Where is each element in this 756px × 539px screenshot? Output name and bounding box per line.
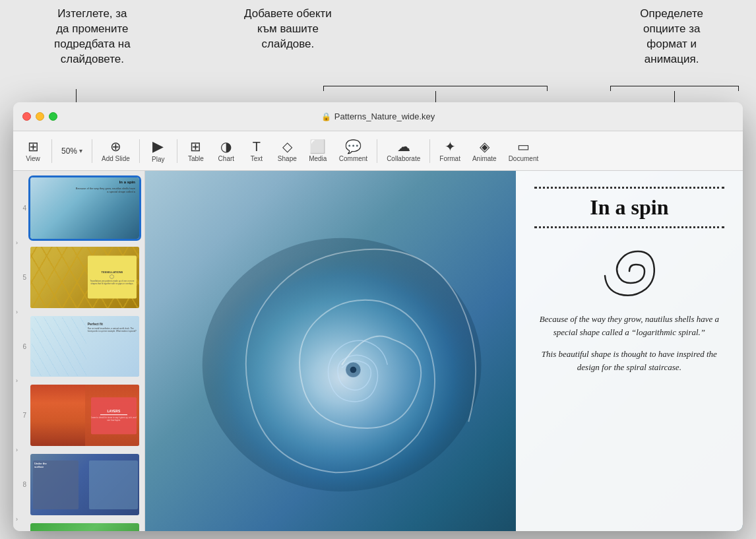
chevron-down-icon: ▾	[79, 147, 82, 154]
close-button[interactable]	[22, 112, 31, 121]
shape-button[interactable]: ◇ Shape	[272, 137, 302, 165]
fullscreen-button[interactable]	[49, 112, 57, 121]
canvas-area: In a spin Because of the way they grow, …	[145, 171, 743, 531]
annotation-top-left: Изтеглете, зада променитеподредбата насл…	[54, 7, 131, 67]
slide-body-text-1: Because of the way they grow, nautilus s…	[534, 313, 724, 338]
slide-right-panel: In a spin Because of the way they grow, …	[516, 171, 743, 531]
annotation-top-right: Определетеопциите заформат ианимация.	[640, 7, 703, 67]
slide-title: In a spin	[590, 195, 668, 220]
media-button[interactable]: ⬜ Media	[303, 137, 332, 165]
annotation-bracket-right	[610, 86, 739, 91]
view-button[interactable]: ⊞ View	[18, 137, 47, 165]
media-icon: ⬜	[309, 140, 326, 153]
play-button[interactable]: ▶ Play	[144, 137, 173, 166]
add-slide-button[interactable]: ⊕ Add Slide	[96, 137, 135, 165]
format-icon: ✦	[445, 140, 456, 153]
add-slide-icon: ⊕	[110, 140, 121, 153]
slide-thumbnail-7[interactable]: LAYERS Learn to check for stone to say i…	[30, 385, 139, 446]
toolbar-divider-2	[92, 139, 92, 163]
window-title: 🔒 Patterns_Nature_wide.key	[321, 111, 435, 121]
format-button[interactable]: ✦ Format	[434, 137, 466, 165]
slide-panel[interactable]: 4 In a spin Because of the way they grow…	[13, 171, 145, 531]
shape-icon: ◇	[282, 140, 292, 153]
zoom-button[interactable]: 50% ▾	[56, 144, 88, 158]
toolbar-divider-6	[429, 139, 430, 163]
text-icon: T	[253, 140, 261, 153]
shell-image	[175, 200, 521, 517]
table-icon: ⊞	[190, 140, 201, 153]
spiral-icon	[600, 241, 659, 301]
collaborate-icon: ☁	[397, 140, 410, 153]
view-icon: ⊞	[28, 140, 39, 153]
dotted-line-top	[534, 187, 724, 189]
collaborate-button[interactable]: ☁ Collaborate	[381, 137, 425, 165]
annotation-top-center: Добавете обектикъм вашитеслайдове.	[244, 7, 332, 52]
annotation-bracket-center	[323, 86, 548, 91]
slide-item-5[interactable]: 5 TESSELLATIONS ⬡ Tessellations are patt…	[13, 244, 144, 311]
main-content: 4 In a spin Because of the way they grow…	[13, 171, 743, 531]
slide-thumbnail-8[interactable]: Under thesurface	[30, 454, 139, 515]
chart-icon: ◑	[220, 140, 232, 153]
slide-item-7[interactable]: 7 LAYERS Learn to check for stone to say…	[13, 382, 144, 449]
comment-icon: 💬	[345, 140, 362, 153]
toolbar-divider-1	[51, 139, 52, 163]
toolbar-divider-4	[177, 139, 177, 163]
slide-thumbnail-4[interactable]: In a spin Because of the way they grow, …	[30, 177, 139, 239]
slide-item-8[interactable]: 8 Under thesurface	[13, 451, 144, 518]
slide-thumbnail-6[interactable]: Perfect fit Run an install tessellation,…	[30, 316, 139, 377]
svg-point-2	[350, 366, 357, 373]
toolbar-divider-3	[139, 139, 140, 163]
slide-body-text-2: This beautiful shape is thought to have …	[534, 348, 724, 373]
slide-item-9[interactable]: 9 FRACTALS △ Fractal patterns appear in …	[13, 521, 144, 531]
dotted-line-bottom	[534, 226, 724, 228]
toolbar: ⊞ View 50% ▾ ⊕ Add Slide ▶ Play ⊞ Table …	[13, 131, 743, 171]
text-button[interactable]: T Text	[242, 137, 271, 165]
keynote-window: 🔒 Patterns_Nature_wide.key ⊞ View 50% ▾ …	[13, 102, 743, 531]
comment-button[interactable]: 💬 Comment	[334, 137, 373, 165]
play-icon: ▶	[152, 139, 164, 154]
animate-icon: ◈	[480, 140, 489, 153]
slide-item-4[interactable]: 4 In a spin Because of the way they grow…	[13, 175, 144, 241]
slide-thumbnail-5[interactable]: TESSELLATIONS ⬡ Tessellations are patter…	[30, 247, 139, 308]
chart-button[interactable]: ◑ Chart	[212, 137, 241, 165]
toolbar-divider-5	[377, 139, 377, 163]
lock-icon: 🔒	[321, 112, 331, 121]
slide-item-6[interactable]: 6 Perfect fit Run an install tessellatio…	[13, 313, 144, 380]
annotation-line-left	[76, 89, 77, 104]
animate-button[interactable]: ◈ Animate	[467, 137, 502, 165]
document-button[interactable]: ▭ Document	[503, 137, 544, 165]
slide-thumbnail-9[interactable]: FRACTALS △ Fractal patterns appear in ma…	[30, 523, 139, 531]
minimize-button[interactable]	[36, 112, 44, 121]
traffic-lights	[13, 112, 57, 121]
table-button[interactable]: ⊞ Table	[181, 137, 210, 165]
document-icon: ▭	[517, 140, 530, 153]
titlebar: 🔒 Patterns_Nature_wide.key	[13, 102, 743, 131]
slide-canvas: In a spin Because of the way they grow, …	[145, 171, 743, 531]
